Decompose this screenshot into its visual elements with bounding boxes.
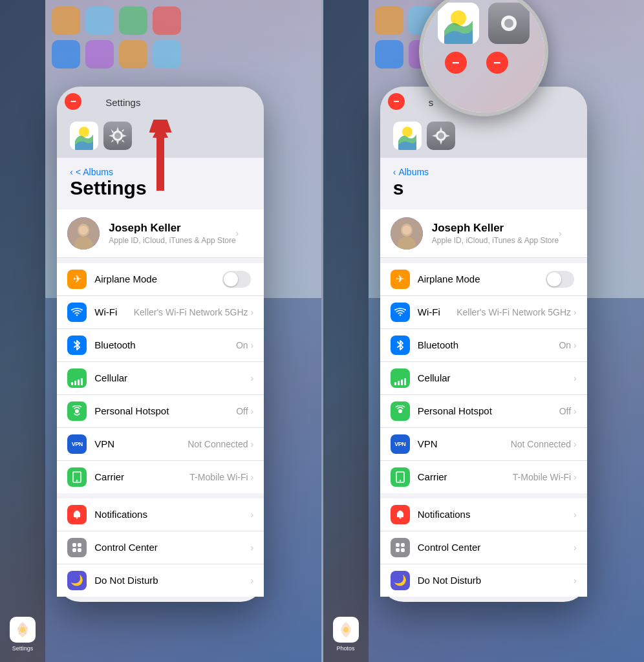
right-wifi-chevron: › (574, 307, 577, 317)
right-airplane-icon: ✈ (391, 270, 410, 289)
right-cc-label: Control Center (418, 542, 574, 553)
left-row-notifications[interactable]: Notifications › (57, 498, 264, 531)
right-profile-section: Joseph Keller Apple ID, iCloud, iTunes &… (380, 209, 587, 258)
right-settings-app-icon[interactable] (427, 122, 455, 150)
right-row-hotspot[interactable]: Personal Hotspot Off › (380, 395, 587, 428)
left-dnd-label: Do Not Disturb (94, 575, 250, 586)
right-notif-chevron: › (574, 509, 577, 520)
right-sidebar-strip: Photos (323, 0, 369, 662)
settings-app-icon-left[interactable] (103, 122, 132, 150)
left-cellular-label: Cellular (94, 372, 250, 383)
right-avatar (391, 217, 423, 250)
left-settings-content: ‹ < Albums Settings (57, 158, 264, 597)
left-dnd-icon: 🌙 (67, 571, 87, 590)
right-profile-row[interactable]: Joseph Keller Apple ID, iCloud, iTunes &… (380, 209, 587, 258)
right-row-dnd[interactable]: 🌙 Do Not Disturb › (380, 564, 587, 597)
left-back-label: < Albums (76, 167, 113, 177)
magnify-close-badge-right[interactable]: − (486, 52, 508, 74)
right-close-badge[interactable]: − (388, 93, 405, 110)
left-switcher-label: Settings (105, 97, 140, 108)
left-row-cellular[interactable]: Cellular › (57, 362, 264, 395)
red-arrow (141, 120, 180, 200)
svg-rect-37 (401, 548, 405, 552)
left-avatar (67, 217, 100, 250)
svg-point-12 (76, 480, 78, 481)
right-row-carrier[interactable]: Carrier T-Mobile Wi-Fi › (380, 461, 587, 493)
right-airplane-toggle[interactable] (546, 271, 574, 288)
right-vpn-label: VPN (418, 438, 511, 449)
right-back-label: Albums (398, 167, 429, 177)
right-iphone-card: − (380, 87, 587, 602)
right-profile-info: Joseph Keller Apple ID, iCloud, iTunes &… (432, 222, 559, 245)
right-settings-title: s (393, 177, 574, 199)
right-profile-sub: Apple ID, iCloud, iTunes & App Store (432, 236, 559, 245)
right-settings-content: ‹ Albums s (380, 158, 587, 597)
left-cellular-icon (67, 368, 87, 388)
left-carrier-chevron: › (251, 472, 254, 482)
left-close-badge[interactable]: − (65, 93, 81, 110)
left-profile-chevron: › (236, 228, 239, 239)
right-cellular-label: Cellular (418, 372, 574, 383)
svg-marker-19 (153, 122, 168, 138)
right-vpn-value: Not Connected (511, 439, 571, 449)
left-bt-label: Bluetooth (94, 339, 236, 350)
right-row-wifi[interactable]: Wi-Fi Keller's Wi-Fi Network 5GHz › (380, 296, 587, 329)
left-wifi-value: Keller's Wi-Fi Network 5GHz (134, 307, 248, 317)
left-row-control-center[interactable]: Control Center › (57, 531, 264, 564)
svg-rect-14 (78, 543, 81, 547)
right-photos-label: Photos (336, 645, 354, 652)
right-bt-value: On (559, 340, 571, 350)
svg-point-6 (114, 133, 121, 139)
left-sidebar-strip: Settings (0, 0, 45, 662)
left-cc-icon (67, 538, 87, 557)
magnify-settings-icon[interactable] (488, 3, 530, 44)
right-photos-icon[interactable] (333, 617, 359, 643)
left-row-carrier[interactable]: Carrier T-Mobile Wi-Fi › (57, 461, 264, 493)
left-row-hotspot[interactable]: Personal Hotspot Off › (57, 395, 264, 428)
right-photos-app-icon[interactable] (393, 122, 422, 150)
left-row-airplane[interactable]: ✈ Airplane Mode (57, 263, 264, 296)
magnify-close-badge-left[interactable]: − (445, 52, 467, 74)
svg-point-10 (79, 226, 88, 235)
svg-point-31 (402, 226, 411, 235)
left-airplane-icon: ✈ (67, 270, 87, 289)
right-row-control-center[interactable]: Control Center › (380, 531, 587, 564)
right-half: Photos − (323, 0, 645, 662)
right-carrier-label: Carrier (418, 471, 513, 482)
right-photos-bottom: Photos (333, 617, 359, 652)
left-dnd-chevron: › (251, 575, 254, 586)
right-vpn-icon: VPN (391, 434, 410, 454)
right-row-notifications[interactable]: Notifications › (380, 498, 587, 531)
magnify-photos-icon[interactable] (438, 3, 479, 44)
left-row-vpn[interactable]: VPN VPN Not Connected › (57, 428, 264, 461)
left-row-dnd[interactable]: 🌙 Do Not Disturb › (57, 564, 264, 597)
right-row-airplane[interactable]: ✈ Airplane Mode (380, 263, 587, 296)
photos-icon[interactable] (10, 617, 36, 643)
left-misc-section: Notifications › Control Center (57, 498, 264, 597)
right-wifi-label: Wi-Fi (418, 306, 456, 317)
left-hotspot-label: Personal Hotspot (94, 405, 236, 416)
right-cellular-chevron: › (574, 373, 577, 383)
photos-label: Settings (12, 645, 34, 652)
right-row-cellular[interactable]: Cellular › (380, 362, 587, 395)
right-airplane-label: Airplane Mode (418, 273, 546, 284)
left-row-bluetooth[interactable]: Bluetooth On › (57, 329, 264, 362)
right-row-bluetooth[interactable]: Bluetooth On › (380, 329, 587, 362)
svg-point-41 (504, 19, 513, 28)
svg-point-33 (400, 480, 401, 481)
right-cc-icon (391, 538, 410, 557)
right-row-vpn[interactable]: VPN VPN Not Connected › (380, 428, 587, 461)
left-carrier-icon (67, 467, 87, 487)
right-back-link[interactable]: ‹ Albums (393, 167, 574, 177)
left-row-wifi[interactable]: Wi-Fi Keller's Wi-Fi Network 5GHz › (57, 296, 264, 329)
left-profile-row[interactable]: Joseph Keller Apple ID, iCloud, iTunes &… (57, 209, 264, 258)
photos-app-icon[interactable] (70, 122, 98, 150)
svg-rect-16 (78, 548, 81, 552)
right-wifi-icon (391, 303, 410, 322)
left-airplane-toggle[interactable] (222, 271, 251, 288)
left-profile-info: Joseph Keller Apple ID, iCloud, iTunes &… (109, 222, 235, 245)
svg-point-24 (402, 127, 413, 137)
left-hotspot-value: Off (236, 406, 248, 416)
right-title-bar: ‹ Albums s (380, 158, 587, 204)
right-hotspot-label: Personal Hotspot (418, 405, 559, 416)
